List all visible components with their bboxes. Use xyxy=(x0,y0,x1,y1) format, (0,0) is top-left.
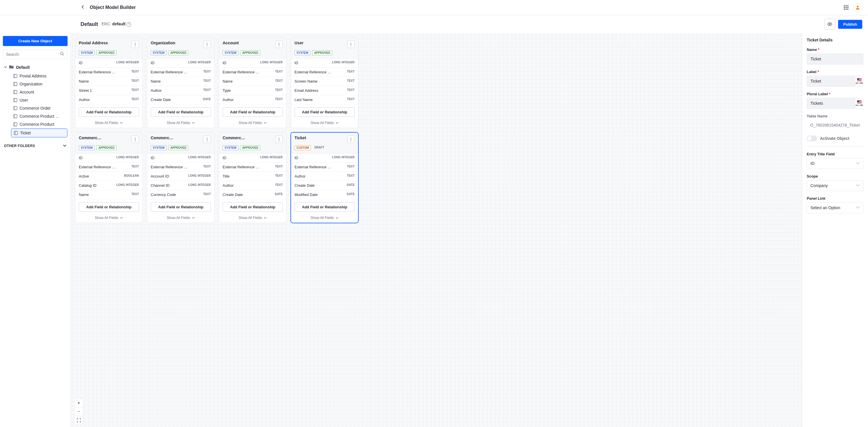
object-card[interactable]: Postal Address ⋮ SYSTEMAPPROVED ID LONG … xyxy=(75,37,143,128)
plural-label-input[interactable] xyxy=(807,98,855,109)
sidebar-item[interactable]: Organization xyxy=(11,80,68,88)
show-all-fields[interactable]: Show All Fields xyxy=(147,215,214,223)
object-card[interactable]: Commerce P… ⋮ SYSTEMAPPROVED ID LONG INT… xyxy=(75,132,143,223)
sidebar-item[interactable]: Commerce Product … xyxy=(11,112,68,120)
field-row[interactable]: External Reference … TEXT xyxy=(219,68,286,77)
field-row[interactable]: ID LONG INTEGER xyxy=(147,153,214,162)
sidebar-item[interactable]: Account xyxy=(11,88,68,96)
object-card[interactable]: Ticket ⋮ CUSTOMDRAFT ID LONG INTEGER Ext… xyxy=(291,132,359,223)
card-menu-button[interactable]: ⋮ xyxy=(275,135,283,143)
field-row[interactable]: External Reference … TEXT xyxy=(219,162,286,172)
field-row[interactable]: Name TEXT xyxy=(75,77,143,86)
show-all-fields[interactable]: Show All Fields xyxy=(75,215,143,223)
card-menu-button[interactable]: ⋮ xyxy=(203,40,211,48)
field-row[interactable]: External Reference … TEXT xyxy=(291,68,358,77)
locale-selector[interactable]: en_US xyxy=(855,98,863,109)
object-card[interactable]: User ⋮ SYSTEMAPPROVED ID LONG INTEGER Ex… xyxy=(291,37,359,128)
field-row[interactable]: External Reference … TEXT xyxy=(75,162,143,172)
field-row[interactable]: Author TEXT xyxy=(219,95,286,104)
label-input[interactable] xyxy=(807,76,855,87)
field-row[interactable]: Create Date DATE xyxy=(291,181,358,190)
show-all-fields[interactable]: Show All Fields xyxy=(147,120,214,128)
field-row[interactable]: Currency Code TEXT xyxy=(147,190,214,200)
search-input-wrap[interactable] xyxy=(3,50,68,59)
add-field-button[interactable]: Add Field or Relationship xyxy=(151,202,211,212)
sidebar-item[interactable]: Commerce Product xyxy=(11,120,68,128)
field-row[interactable]: External Reference … TEXT xyxy=(291,162,358,172)
locale-selector[interactable]: en_US xyxy=(855,76,863,87)
search-input[interactable] xyxy=(6,52,60,57)
folder-default[interactable]: Default xyxy=(3,62,68,72)
field-row[interactable]: Author TEXT xyxy=(291,172,358,181)
card-menu-button[interactable]: ⋮ xyxy=(347,135,354,143)
field-row[interactable]: Name TEXT xyxy=(75,190,143,200)
field-row[interactable]: Screen Name TEXT xyxy=(291,77,358,86)
field-row[interactable]: Account ID LONG INTEGER xyxy=(147,172,214,181)
zoom-out-button[interactable]: － xyxy=(74,407,83,416)
field-row[interactable]: Author TEXT xyxy=(219,181,286,190)
field-row[interactable]: ID LONG INTEGER xyxy=(219,58,286,68)
field-row[interactable]: Author TEXT xyxy=(147,86,214,95)
show-all-fields[interactable]: Show All Fields xyxy=(75,120,143,128)
field-row[interactable]: Name TEXT xyxy=(147,77,214,86)
field-row[interactable]: External Reference … TEXT xyxy=(147,68,214,77)
add-field-button[interactable]: Add Field or Relationship xyxy=(223,202,283,212)
field-row[interactable]: Type TEXT xyxy=(219,86,286,95)
card-menu-button[interactable]: ⋮ xyxy=(203,135,211,143)
field-row[interactable]: Email Address TEXT xyxy=(291,86,358,95)
field-row[interactable]: Last Name TEXT xyxy=(291,95,358,104)
back-chevron-icon[interactable] xyxy=(81,5,85,11)
field-row[interactable]: Create Date DATE xyxy=(219,190,286,200)
field-row[interactable]: External Reference … TEXT xyxy=(75,68,143,77)
field-row[interactable]: Author TEXT xyxy=(75,95,143,104)
add-field-button[interactable]: Add Field or Relationship xyxy=(79,202,139,212)
create-object-button[interactable]: Create New Object xyxy=(3,36,68,46)
show-all-fields[interactable]: Show All Fields xyxy=(291,120,358,128)
zoom-fit-button[interactable] xyxy=(74,416,83,425)
card-menu-button[interactable]: ⋮ xyxy=(131,135,139,143)
info-icon[interactable]: ? xyxy=(127,22,131,27)
card-menu-button[interactable]: ⋮ xyxy=(131,40,139,48)
scope-select[interactable]: Company xyxy=(807,180,863,191)
field-row[interactable]: Create Date DATE xyxy=(147,95,214,104)
apps-icon[interactable] xyxy=(844,5,848,10)
other-folders-toggle[interactable]: OTHER FOLDERS xyxy=(3,141,68,151)
sidebar-item[interactable]: User xyxy=(11,96,68,104)
object-card[interactable]: Commerce … ⋮ SYSTEMAPPROVED ID LONG INTE… xyxy=(147,132,215,223)
field-row[interactable]: External Reference … TEXT xyxy=(147,162,214,172)
add-field-button[interactable]: Add Field or Relationship xyxy=(294,202,354,212)
publish-button[interactable]: Publish xyxy=(838,20,862,29)
card-menu-button[interactable]: ⋮ xyxy=(347,40,354,48)
field-row[interactable]: Name TEXT xyxy=(219,77,286,86)
object-card[interactable]: Account ⋮ SYSTEMAPPROVED ID LONG INTEGER… xyxy=(219,37,286,128)
field-row[interactable]: Channel ID LONG INTEGER xyxy=(147,181,214,190)
zoom-in-button[interactable]: ＋ xyxy=(74,399,83,407)
avatar-button[interactable] xyxy=(853,3,862,12)
preview-button[interactable] xyxy=(824,19,835,30)
show-all-fields[interactable]: Show All Fields xyxy=(291,215,358,223)
field-row[interactable]: ID LONG INTEGER xyxy=(147,58,214,68)
field-row[interactable]: ID LONG INTEGER xyxy=(291,58,358,68)
field-row[interactable]: Street 1 TEXT xyxy=(75,86,143,95)
field-row[interactable]: ID LONG INTEGER xyxy=(291,153,358,162)
field-row[interactable]: Active BOOLEAN xyxy=(75,172,143,181)
object-card[interactable]: Organization ⋮ SYSTEMAPPROVED ID LONG IN… xyxy=(147,37,215,128)
show-all-fields[interactable]: Show All Fields xyxy=(219,215,286,223)
sidebar-item[interactable]: Postal Address xyxy=(11,72,68,80)
field-row[interactable]: ID LONG INTEGER xyxy=(75,58,143,68)
add-field-button[interactable]: Add Field or Relationship xyxy=(151,107,211,117)
add-field-button[interactable]: Add Field or Relationship xyxy=(79,107,139,117)
field-row[interactable]: Catalog ID LONG INTEGER xyxy=(75,181,143,190)
sidebar-item[interactable]: Ticket xyxy=(11,128,68,138)
field-row[interactable]: ID LONG INTEGER xyxy=(219,153,286,162)
name-input[interactable] xyxy=(807,54,863,64)
card-menu-button[interactable]: ⋮ xyxy=(275,40,283,48)
canvas[interactable]: Postal Address ⋮ SYSTEMAPPROVED ID LONG … xyxy=(70,33,802,427)
entry-title-select[interactable]: ID xyxy=(807,158,863,169)
show-all-fields[interactable]: Show All Fields xyxy=(219,120,286,128)
field-row[interactable]: ID LONG INTEGER xyxy=(75,153,143,162)
panel-link-select[interactable]: Select an Option xyxy=(807,202,863,213)
field-row[interactable]: Modified Date DATE xyxy=(291,190,358,200)
activate-toggle[interactable] xyxy=(807,135,817,141)
add-field-button[interactable]: Add Field or Relationship xyxy=(294,107,354,117)
